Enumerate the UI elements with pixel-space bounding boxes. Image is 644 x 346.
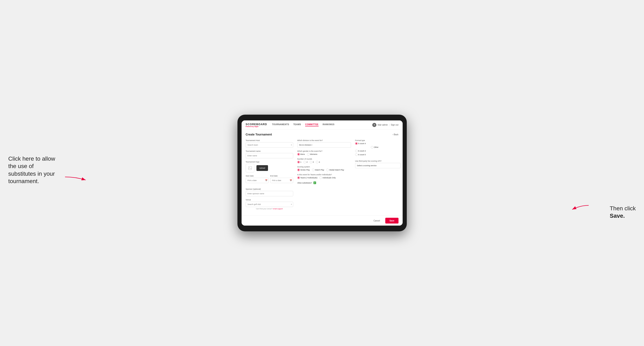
- logo-placeholder: [246, 164, 254, 173]
- svg-rect-2: [248, 167, 252, 170]
- logo-text: SCOREBOARD: [246, 123, 267, 126]
- tablet-screen: SCOREBOARD Powered by clippd TOURNAMENTS…: [242, 120, 403, 226]
- nav-rankings[interactable]: RANKINGS: [323, 123, 334, 126]
- nav-committee[interactable]: COMMITTEE: [305, 123, 318, 126]
- sign-out-link[interactable]: Sign out: [391, 124, 398, 126]
- rounds-3[interactable]: 3: [310, 161, 314, 163]
- scoring-medal[interactable]: Medal Match Play: [326, 169, 344, 171]
- sponsor-section: Sponsor (optional): [246, 188, 293, 196]
- gender-mens-radio[interactable]: [297, 153, 300, 156]
- substitutes-checkbox[interactable]: [314, 181, 316, 184]
- nav-links: TOURNAMENTS TEAMS COMMITTEE RANKINGS: [272, 123, 372, 126]
- annotation-left: Click here to allow the use of substitut…: [8, 155, 62, 185]
- scoring-stroke[interactable]: Stroke Play: [297, 169, 310, 171]
- venue-wrap: ▾: [246, 202, 293, 207]
- event-for-section: Is this event for Teams and/or Individua…: [297, 173, 351, 179]
- rounds-2[interactable]: 2: [304, 161, 308, 163]
- tablet-frame: SCOREBOARD Powered by clippd TOURNAMENTS…: [238, 115, 407, 231]
- venue-input[interactable]: [246, 202, 293, 207]
- upload-button[interactable]: Upload: [256, 165, 268, 171]
- avatar: B: [372, 123, 376, 127]
- gender-womens-label: Womens: [310, 153, 317, 155]
- tournament-host-label: Tournament Host: [246, 139, 293, 142]
- user-name: blair admin: [378, 124, 388, 126]
- rounds-2-radio[interactable]: [304, 161, 306, 163]
- venue-help: Can't find your venue? email support: [246, 208, 293, 210]
- date-row: Start date 📅 End date 📅: [246, 175, 293, 185]
- nav-right: B blair admin | Sign out: [372, 123, 398, 127]
- event-individuals-radio[interactable]: [320, 176, 322, 179]
- page-wrapper: Click here to allow the use of substitut…: [8, 115, 636, 231]
- form-col-mid: Which division is the event for? NCAA Di…: [297, 139, 351, 212]
- scoring-service-section: Use third-party live scoring API? Select…: [355, 160, 400, 168]
- scoring-match[interactable]: Match Play: [312, 169, 324, 171]
- gender-womens-radio[interactable]: [307, 153, 310, 156]
- rounds-4-radio[interactable]: [316, 161, 318, 163]
- form-col-left: Tournament Host ▾ Tournament name Tourna: [246, 139, 293, 212]
- end-date-label: End date: [270, 175, 293, 177]
- end-date-wrap: 📅: [270, 178, 293, 183]
- tournament-host-input[interactable]: [246, 142, 293, 148]
- start-date-label: Start date: [246, 175, 269, 177]
- scoring-medal-radio[interactable]: [326, 169, 329, 171]
- tournament-name-input[interactable]: [246, 153, 293, 158]
- format-other[interactable]: Other: [371, 146, 379, 149]
- end-date-section: End date 📅: [270, 175, 293, 183]
- format-6count5[interactable]: 6 count 5: [355, 154, 400, 156]
- event-for-label: Is this event for Teams and/or Individua…: [297, 173, 351, 176]
- sponsor-input[interactable]: [246, 191, 293, 196]
- tournament-logo-label: Tournament logo: [246, 161, 293, 163]
- rounds-3-radio[interactable]: [310, 161, 312, 163]
- tournament-name-label: Tournament name: [246, 150, 293, 152]
- tournament-host-field-wrap: ▾: [246, 142, 293, 148]
- form-grid: Tournament Host ▾ Tournament name Tourna: [246, 139, 398, 212]
- scoring-service-wrap: Select a scoring service: [355, 163, 400, 168]
- nav-tournaments[interactable]: TOURNAMENTS: [272, 123, 289, 126]
- scoring-system-section: Scoring system Stroke Play Match Play: [297, 166, 351, 171]
- rounds-1[interactable]: 1: [297, 161, 302, 163]
- substitutes-row: Allow substitutes?: [297, 181, 351, 184]
- substitutes-label: Allow substitutes?: [297, 182, 312, 184]
- gender-section: Which gender is the event for? Mens Wome…: [297, 150, 351, 156]
- email-support-link[interactable]: email support: [273, 208, 283, 210]
- scoring-match-radio[interactable]: [312, 169, 314, 171]
- rounds-label: Number of rounds: [297, 158, 351, 160]
- format-options: 5 count 4 Other: [355, 142, 400, 156]
- substitutes-section: Allow substitutes?: [297, 181, 351, 184]
- venue-dropdown-icon: ▾: [291, 203, 292, 205]
- event-teams[interactable]: Teams (+Individuals): [297, 176, 318, 179]
- start-date-wrap: 📅: [246, 178, 269, 183]
- gender-womens[interactable]: Womens: [307, 153, 317, 156]
- gender-mens[interactable]: Mens: [297, 153, 305, 156]
- page-content: Create Tournament Back Tournament Host ▾: [242, 130, 403, 215]
- save-button[interactable]: Save: [385, 218, 398, 223]
- scoring-stroke-radio[interactable]: [297, 169, 300, 171]
- format-6count4[interactable]: 6 count 4: [355, 150, 400, 152]
- back-button[interactable]: Back: [392, 133, 398, 136]
- division-label: Which division is the event for?: [297, 139, 351, 142]
- venue-section: Venue ▾ Can't find your venue? email sup…: [246, 199, 293, 210]
- form-col-right: Format type 5 count 4 Other: [355, 139, 400, 212]
- page-title: Create Tournament: [246, 133, 272, 136]
- rounds-4[interactable]: 4: [316, 161, 320, 163]
- format-5count4[interactable]: 5 count 4: [355, 142, 400, 145]
- nav-teams[interactable]: TEAMS: [294, 123, 301, 126]
- nav-bar: SCOREBOARD Powered by clippd TOURNAMENTS…: [242, 120, 403, 130]
- event-teams-radio[interactable]: [297, 176, 300, 179]
- tournament-name-section: Tournament name: [246, 150, 293, 158]
- logo-upload-area: Upload: [246, 164, 293, 173]
- cancel-button[interactable]: Cancel: [370, 218, 383, 223]
- division-wrap: NCAA Division I: [297, 142, 351, 148]
- rounds-1-radio[interactable]: [297, 161, 300, 163]
- scoring-system-label: Scoring system: [297, 166, 351, 168]
- division-select[interactable]: NCAA Division I: [297, 142, 351, 148]
- format-6count4-radio[interactable]: [355, 150, 358, 152]
- format-5count4-radio[interactable]: [355, 142, 358, 145]
- format-other-radio[interactable]: [371, 146, 373, 149]
- annotation-right: Then click Save.: [610, 205, 636, 220]
- gender-label: Which gender is the event for?: [297, 150, 351, 152]
- scoring-service-select[interactable]: Select a scoring service: [355, 163, 400, 168]
- event-individuals[interactable]: Individuals Only: [320, 176, 336, 179]
- format-6count5-radio[interactable]: [355, 154, 358, 156]
- arrow-left-icon: [63, 172, 88, 182]
